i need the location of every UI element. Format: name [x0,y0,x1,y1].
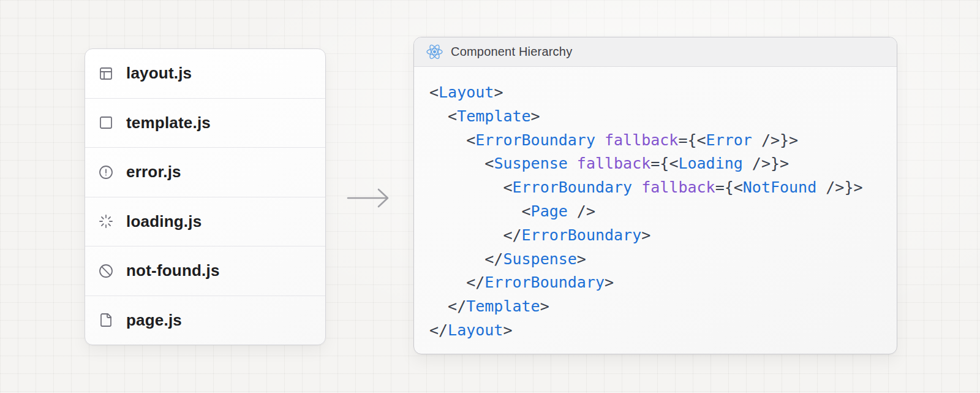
code-line: <ErrorBoundary fallback={<NotFound />}> [429,176,887,200]
file-item-layout[interactable]: layout.js [85,49,325,98]
file-item-not-found[interactable]: not-found.js [85,246,325,296]
file-icon [99,313,113,327]
file-label: template.js [126,113,211,132]
loader-icon [99,214,113,229]
code-line: <Layout> [429,81,887,105]
panel-title: Component Hierarchy [451,45,572,59]
code-block: <Layout> <Template> <ErrorBoundary fallb… [414,67,897,343]
code-line: <ErrorBoundary fallback={<Error />}> [429,129,887,153]
code-line: </ErrorBoundary> [429,224,887,248]
file-label: error.js [126,162,181,181]
code-line: </ErrorBoundary> [429,271,887,295]
code-line: </Layout> [429,319,887,343]
file-label: not-found.js [126,261,220,280]
react-icon [426,44,443,60]
file-label: page.js [126,311,182,330]
alert-circle-icon [99,165,113,180]
code-line: <Page /> [429,200,887,224]
ban-icon [99,264,113,278]
file-item-loading[interactable]: loading.js [85,197,325,246]
layout-icon [99,66,113,81]
file-label: loading.js [126,212,202,231]
file-item-error[interactable]: error.js [85,147,325,197]
arrow-right-icon [345,185,395,211]
code-line: <Template> [429,105,887,129]
component-hierarchy-panel: Component Hierarchy <Layout> <Template> … [413,37,897,354]
file-item-page[interactable]: page.js [85,296,325,345]
code-line: <Suspense fallback={<Loading />}> [429,152,887,176]
file-list-panel: layout.jstemplate.jserror.jsloading.jsno… [85,48,326,345]
diagram-canvas: { "file_panel": { "items": [ { "label": … [0,0,980,393]
code-line: </Template> [429,295,887,319]
panel-header: Component Hierarchy [414,37,897,67]
file-item-template[interactable]: template.js [85,98,325,148]
square-icon [99,115,113,130]
code-line: </Suspense> [429,248,887,272]
file-label: layout.js [126,64,192,83]
